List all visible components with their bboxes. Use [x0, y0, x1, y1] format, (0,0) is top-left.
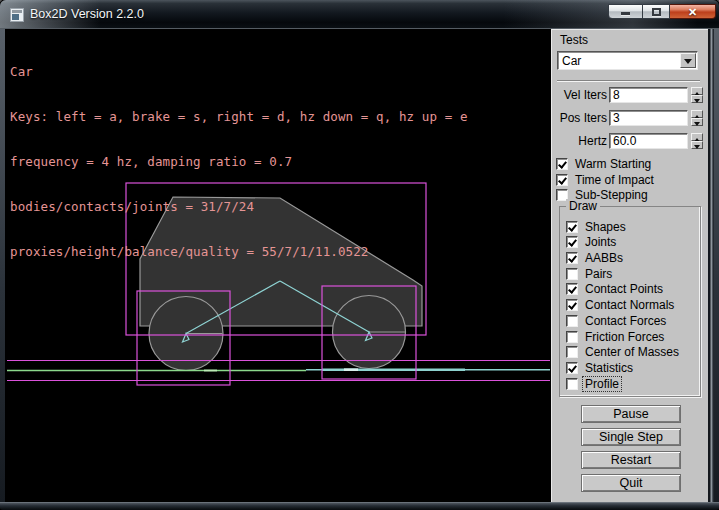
- checkbox-box[interactable]: [566, 315, 578, 327]
- checkbox-box[interactable]: [566, 378, 578, 390]
- chevron-down-icon: [684, 59, 692, 68]
- control-panel: Tests Car Vel Iters Pos Iters Hertz: [551, 29, 708, 502]
- draw-group-title: Draw: [566, 199, 600, 213]
- pause-button[interactable]: Pause: [581, 405, 681, 423]
- checkbox-box[interactable]: [566, 299, 578, 311]
- tests-label: Tests: [560, 33, 588, 47]
- spinner-up-button[interactable]: [691, 133, 703, 141]
- single-step-button[interactable]: Single Step: [581, 428, 681, 446]
- spinner-down-button[interactable]: [691, 141, 703, 149]
- window-right-border: [714, 29, 719, 502]
- checkbox-label: Profile: [583, 377, 621, 391]
- tests-dropdown[interactable]: Car: [557, 51, 698, 70]
- minimize-icon: [621, 12, 630, 15]
- restart-button[interactable]: Restart: [581, 451, 681, 469]
- separator: [557, 80, 700, 82]
- app-window: Box2D Version 2.2.0 ✕: [0, 0, 719, 510]
- spinner-up-button[interactable]: [691, 110, 703, 118]
- checkbox-label: AABBs: [585, 251, 623, 265]
- checkbox-label: Joints: [585, 235, 616, 249]
- maximize-icon: [652, 8, 661, 16]
- checkbox-label: Friction Forces: [585, 330, 664, 344]
- checkbox-box[interactable]: [566, 283, 578, 295]
- debug-text: Car Keys: left = a, brake = s, right = d…: [10, 34, 468, 289]
- titlebar[interactable]: Box2D Version 2.2.0 ✕: [0, 0, 719, 29]
- arrow-down-icon: [694, 99, 700, 106]
- right-contact-mark: [344, 368, 358, 371]
- checkbox-label: Center of Masses: [585, 345, 679, 359]
- checkbox-box[interactable]: [566, 268, 578, 280]
- close-button[interactable]: ✕: [670, 4, 716, 19]
- pos-iters-label: Pos Iters: [557, 110, 607, 126]
- checkbox-label: Contact Forces: [585, 314, 666, 328]
- caption-buttons: ✕: [608, 4, 716, 19]
- minimize-button[interactable]: [608, 4, 643, 19]
- hertz-label: Hertz: [557, 133, 607, 149]
- simulation-canvas[interactable]: Car Keys: left = a, brake = s, right = d…: [5, 29, 551, 502]
- checkbox-label: Contact Points: [585, 282, 663, 296]
- checkbox-box[interactable]: [566, 252, 578, 264]
- pos-iters-field[interactable]: [609, 110, 688, 126]
- checkbox-box[interactable]: [556, 174, 568, 186]
- spinner-down-button[interactable]: [691, 95, 703, 103]
- checkbox-label: Pairs: [585, 267, 612, 281]
- left-contact-mark: [204, 370, 217, 372]
- checkbox-label: Time of Impact: [575, 173, 654, 187]
- hud-line: Car: [10, 64, 468, 79]
- window-title: Box2D Version 2.2.0: [30, 7, 144, 21]
- checkbox-box[interactable]: [566, 331, 578, 343]
- vel-iters-field[interactable]: [609, 87, 688, 103]
- checkbox-label: Statistics: [585, 361, 633, 375]
- maximize-button[interactable]: [643, 4, 670, 19]
- checkbox-label: Warm Starting: [575, 157, 651, 171]
- pos-iters-spinner: [691, 110, 703, 126]
- app-icon: [10, 8, 24, 22]
- spinner-down-button[interactable]: [691, 118, 703, 126]
- hertz-spinner: [691, 133, 703, 149]
- vel-iters-label: Vel Iters: [557, 87, 607, 103]
- window-bottom-border: [0, 502, 719, 509]
- hud-line: frequency = 4 hz, damping ratio = 0.7: [10, 154, 468, 169]
- arrow-down-icon: [694, 122, 700, 129]
- hud-line: bodies/contacts/joints = 31/7/24: [10, 199, 468, 214]
- checkbox-label: Contact Normals: [585, 298, 674, 312]
- quit-button[interactable]: Quit: [581, 474, 681, 492]
- checkbox-box[interactable]: [556, 158, 568, 170]
- hud-line: Keys: left = a, brake = s, right = d, hz…: [10, 109, 468, 124]
- hud-line: proxies/height/balance/quality = 55/7/1/…: [10, 244, 468, 259]
- arrow-down-icon: [694, 145, 700, 152]
- tests-dropdown-value: Car: [562, 54, 581, 68]
- close-icon: ✕: [670, 5, 715, 19]
- tests-dropdown-button[interactable]: [680, 53, 696, 68]
- checkbox-box[interactable]: [566, 362, 578, 374]
- checkbox-box[interactable]: [566, 221, 578, 233]
- hertz-field[interactable]: [609, 133, 688, 149]
- vel-iters-spinner: [691, 87, 703, 103]
- checkbox-label: Shapes: [585, 220, 626, 234]
- checkbox-box[interactable]: [566, 346, 578, 358]
- spinner-up-button[interactable]: [691, 87, 703, 95]
- checkbox-box[interactable]: [566, 236, 578, 248]
